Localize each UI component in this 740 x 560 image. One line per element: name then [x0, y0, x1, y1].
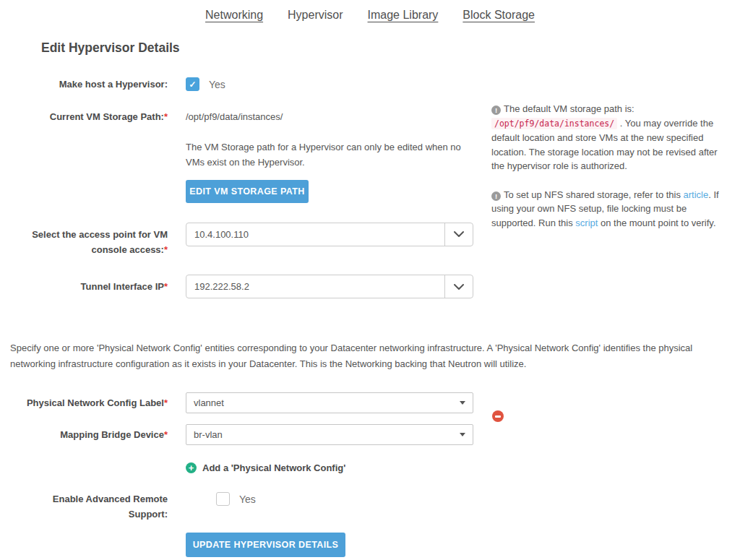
minus-circle-icon	[495, 415, 501, 418]
info-icon: !	[491, 105, 501, 115]
remove-pnc-button[interactable]	[492, 410, 504, 422]
bridge-device-label: Mapping Bridge Device*	[0, 424, 168, 443]
top-nav: Networking Hypervisor Image Library Bloc…	[0, 0, 740, 22]
caret-down-icon	[460, 433, 465, 436]
remote-support-label: Enable Advanced Remote Support:	[30, 492, 168, 522]
console-access-value: 10.4.100.110	[186, 223, 444, 246]
storage-path-info: !The default VM storage path is: /opt/pf…	[491, 102, 732, 173]
chevron-down-icon	[454, 231, 464, 237]
bridge-device-select[interactable]: br-vlan	[186, 424, 473, 445]
storage-path-label: Current VM Storage Path:*	[0, 110, 168, 125]
nav-link-hypervisor[interactable]: Hypervisor	[288, 9, 343, 22]
row-pnc-label: Physical Network Config Label* vlannet	[0, 392, 740, 413]
check-icon: ✓	[189, 79, 196, 90]
add-pnc-link[interactable]: + Add a 'Physical Network Config'	[186, 462, 473, 473]
nfs-info: !To set up NFS shared storage, refer to …	[491, 188, 732, 231]
make-hypervisor-checkbox-label[interactable]: Yes	[209, 79, 225, 90]
make-hypervisor-checkbox[interactable]: ✓	[186, 77, 199, 91]
tunnel-ip-label: Tunnel Interface IP*	[0, 275, 168, 295]
console-access-label: Select the access point for VM console a…	[0, 223, 168, 258]
storage-path-note: The VM Storage path for a Hypervisor can…	[186, 139, 473, 170]
article-link[interactable]: article	[684, 189, 709, 200]
caret-down-icon	[460, 401, 465, 405]
script-link[interactable]: script	[575, 217, 598, 228]
info-icon: !	[491, 191, 501, 201]
bridge-device-value: br-vlan	[194, 429, 223, 440]
nav-link-networking[interactable]: Networking	[205, 9, 263, 22]
required-marker: *	[164, 111, 168, 122]
required-marker: *	[164, 429, 168, 440]
page-title: Edit Hypervisor Details	[41, 40, 740, 56]
row-bridge-device: Mapping Bridge Device* br-vlan	[0, 424, 740, 445]
required-marker: *	[164, 244, 168, 255]
required-marker: *	[164, 281, 168, 292]
nav-link-block-storage[interactable]: Block Storage	[462, 9, 535, 22]
console-access-caret-button[interactable]	[444, 223, 473, 246]
tunnel-ip-caret-button[interactable]	[444, 275, 473, 298]
row-update: UPDATE HYPERVISOR DETAILS	[0, 533, 740, 557]
physical-network-description: Specify one or more 'Physical Network Co…	[10, 340, 720, 372]
console-access-dropdown[interactable]: 10.4.100.110	[186, 223, 473, 246]
required-marker: *	[164, 397, 168, 408]
pnc-label-label: Physical Network Config Label*	[0, 392, 168, 411]
remote-support-checkbox-label[interactable]: Yes	[239, 494, 256, 505]
pnc-label-select[interactable]: vlannet	[186, 392, 473, 413]
tunnel-ip-dropdown[interactable]: 192.222.58.2	[186, 275, 473, 298]
add-pnc-label: Add a 'Physical Network Config'	[202, 462, 345, 473]
pnc-label-value: vlannet	[194, 397, 224, 408]
remote-support-checkbox[interactable]	[216, 492, 230, 506]
row-tunnel-ip: Tunnel Interface IP* 192.222.58.2	[0, 275, 740, 298]
default-path-code: /opt/pf9/data/instances/	[491, 118, 617, 129]
update-hypervisor-details-button[interactable]: UPDATE HYPERVISOR DETAILS	[186, 533, 345, 557]
row-add-pnc: + Add a 'Physical Network Config'	[0, 462, 740, 473]
make-hypervisor-label: Make host a Hypervisor:	[0, 77, 168, 92]
nav-link-image-library[interactable]: Image Library	[368, 9, 439, 22]
plus-circle-icon: +	[186, 462, 197, 473]
tunnel-ip-value: 192.222.58.2	[186, 275, 444, 298]
storage-path-value: /opt/pf9/data/instances/	[186, 110, 473, 122]
edit-vm-storage-path-button[interactable]: EDIT VM STORAGE PATH	[186, 180, 309, 203]
info-panel: !The default VM storage path is: /opt/pf…	[491, 102, 732, 230]
row-make-hypervisor: Make host a Hypervisor: ✓ Yes	[0, 77, 740, 92]
row-remote-support: Enable Advanced Remote Support: Yes	[0, 492, 740, 522]
chevron-down-icon	[454, 284, 464, 290]
